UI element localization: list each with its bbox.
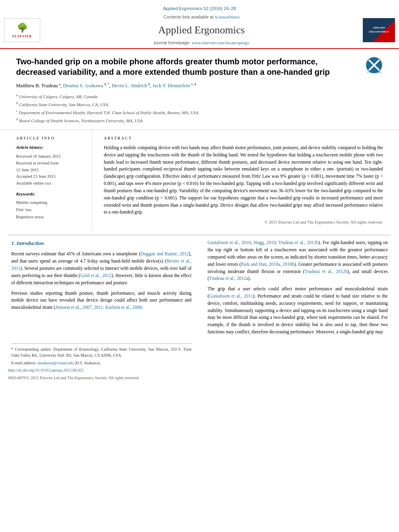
- main-content: 1. Introduction Recent surveys estimate …: [0, 239, 399, 366]
- rights-bottom: 0003-6870/© 2015 Elsevier Ltd and The Er…: [0, 374, 399, 384]
- email-line: E-mail address: dasakawa@csusm.edu (D.S.…: [11, 360, 191, 366]
- copyright-line: © 2015 Elsevier Ltd and The Ergonomics S…: [104, 219, 383, 225]
- author-3-link[interactable]: Devin L. Jindrich: [112, 83, 147, 88]
- affil-d: d Bouvé College of Health Sciences, Nort…: [16, 116, 359, 124]
- article-title: Two-handed grip on a mobile phone afford…: [16, 56, 359, 77]
- authors-line: Matthieu B. Trudeau a, Deanna S. Asakawa…: [16, 82, 359, 89]
- applied-logo-text: APPLIED ERGONOMICS: [369, 26, 389, 33]
- accepted-line: Accepted 23 June 2015: [16, 173, 87, 180]
- header-top-row: 🌳 ELSEVIER Contents lists available at S…: [0, 13, 399, 47]
- right-para-1: Gustafsson et al., 2010; Hogg, 2010; Tru…: [208, 239, 388, 282]
- ref-duggan[interactable]: Duggan and Rainie, 2012: [140, 251, 189, 256]
- footnote-block: * Corresponding author. Department of Ki…: [11, 343, 191, 366]
- tree-icon: 🌳: [17, 21, 28, 34]
- author-2-link[interactable]: Deanna S. Asakawa: [63, 83, 103, 88]
- abstract-paragraph: Holding a mobile computing device with t…: [104, 144, 383, 216]
- ref-trudeau-2012b-2[interactable]: Trudeau et al., 2012b: [304, 269, 348, 274]
- article-title-block: Two-handed grip on a mobile phone afford…: [16, 56, 359, 124]
- article-info-label: ARTICLE INFO: [16, 136, 87, 142]
- revised-label: Received in revised form: [16, 160, 87, 167]
- keyword-3: Repetitive stress: [16, 214, 87, 221]
- journal-reference: Applied Ergonomics 52 (2016) 24–28: [163, 6, 236, 11]
- article-body: ARTICLE INFO Article history: Received 1…: [0, 130, 399, 231]
- author-1: Matthieu B. Trudeau a,: [16, 83, 63, 88]
- right-para-2: The grip that a user selects could affec…: [208, 286, 388, 336]
- ref-gustafsson[interactable]: Gustafsson et al., 2010: [208, 240, 251, 245]
- author-4-link[interactable]: Jack T. Dennerlein: [152, 83, 190, 88]
- main-right-col: Gustafsson et al., 2010; Hogg, 2010; Tru…: [204, 239, 391, 366]
- doi-section: http://dx.doi.org/10.1016/j.apergo.2015.…: [0, 366, 399, 374]
- keyword-2: Fitts' law: [16, 206, 87, 214]
- journal-url[interactable]: www.elsevier.com/locate/apergo: [191, 40, 249, 45]
- main-left-col: 1. Introduction Recent surveys estimate …: [8, 239, 195, 366]
- sciencedirect-link[interactable]: ScienceDirect: [215, 14, 240, 19]
- intro-para-2: Previous studies reporting thumb posture…: [11, 290, 191, 311]
- abstract-col: ABSTRACT Holding a mobile computing devi…: [99, 130, 391, 231]
- applied-ergonomics-logo: APPLIED ERGONOMICS: [363, 18, 395, 42]
- elsevier-logo: 🌳 ELSEVIER: [4, 18, 40, 42]
- svg-text:CrossMark: CrossMark: [367, 71, 381, 74]
- revised-date: 12 June 2015: [16, 167, 87, 174]
- ref-trudeau-2012b[interactable]: Trudeau et al., 2012b: [278, 240, 319, 245]
- footnote-text: * Corresponding author. Department of Ki…: [11, 346, 191, 359]
- elsevier-brand: ELSEVIER: [12, 34, 32, 39]
- intro-title: 1. Introduction: [11, 239, 191, 247]
- ref-trudeau-2012a[interactable]: Trudeau et al., 2012a: [209, 276, 248, 281]
- homepage-line: journal homepage: www.elsevier.com/locat…: [48, 39, 355, 47]
- keyword-1: Mobile computing: [16, 199, 87, 206]
- journal-title: Applied Ergonomics: [48, 23, 355, 38]
- affil-b: b California State University, San Marco…: [16, 100, 359, 108]
- affil-a: a University of Calgary, Calgary, AB, Ca…: [16, 92, 359, 100]
- email-suffix: (D.S. Asakawa).: [75, 361, 101, 365]
- journal-header: Applied Ergonomics 52 (2016) 24–28 🌳 ELS…: [0, 0, 399, 49]
- header-center: Contents lists available at ScienceDirec…: [40, 13, 363, 47]
- homepage-label: journal homepage:: [154, 40, 191, 45]
- ref-gustafsson-2011[interactable]: Gustafsson et al., 2011: [209, 294, 253, 298]
- ref-jonsson[interactable]: Jonsson et al., 2007, 2011; Karlson et a…: [55, 305, 143, 310]
- ref-hogg[interactable]: Hogg, 2010: [253, 240, 276, 245]
- affiliations: a University of Calgary, Calgary, AB, Ca…: [16, 92, 359, 125]
- contents-line: Contents lists available at ScienceDirec…: [48, 13, 355, 21]
- intro-para-1: Recent surveys estimate that 45% of Amer…: [11, 251, 191, 286]
- abstract-text: Holding a mobile computing device with t…: [104, 144, 383, 216]
- section-divider: [8, 235, 391, 235]
- article-header: Two-handed grip on a mobile phone afford…: [0, 49, 399, 129]
- crossmark-logo: CrossMark: [365, 56, 383, 76]
- contents-label: Contents lists available at: [163, 14, 215, 19]
- available-line: Available online xxx: [16, 180, 87, 187]
- abstract-label: ABSTRACT: [104, 136, 383, 142]
- page: Applied Ergonomics 52 (2016) 24–28 🌳 ELS…: [0, 0, 399, 532]
- ref-berolo[interactable]: Berolo et al., 2011: [11, 259, 191, 271]
- ref-park-han[interactable]: Park and Han, 2010a, 2010b: [241, 262, 294, 267]
- ref-gold[interactable]: Gold et al., 2012: [80, 273, 111, 278]
- article-info-col: ARTICLE INFO Article history: Received 1…: [8, 130, 93, 231]
- keywords-label: Keywords:: [16, 191, 87, 197]
- doi-link[interactable]: http://dx.doi.org/10.1016/j.apergo.2015.…: [8, 368, 84, 372]
- affil-c: c Department of Environmental Health, Ha…: [16, 108, 359, 116]
- email-link[interactable]: dasakawa@csusm.edu: [37, 361, 74, 365]
- article-history-label: Article history:: [16, 144, 87, 151]
- received-line: Received 16 January 2015: [16, 153, 87, 160]
- keywords-list: Mobile computing Fitts' law Repetitive s…: [16, 199, 87, 221]
- email-label: E-mail address:: [11, 361, 37, 365]
